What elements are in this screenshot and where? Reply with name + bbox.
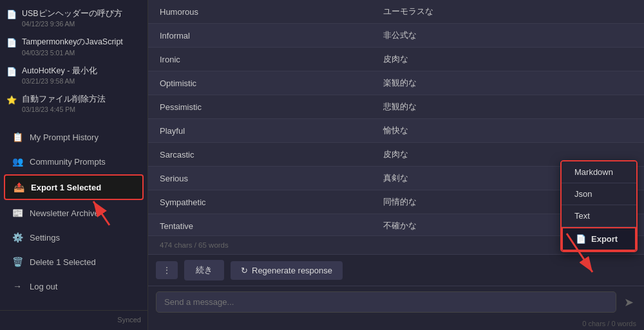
regenerate-icon: ↻ xyxy=(241,266,248,275)
table-cell-translation: 皮肉な xyxy=(372,48,645,71)
history-item-title: USBピンヘッダーの呼び方 xyxy=(22,8,141,19)
bottom-toolbar: ⋮ 続き ↻ Regenerate response Markdown Json… xyxy=(148,254,644,286)
sidebar-item-label: Newsletter Archive xyxy=(30,208,99,218)
sidebar-item-label: Community Prompts xyxy=(30,157,106,167)
more-options-button[interactable]: ⋮ xyxy=(156,261,178,279)
history-item-content: 自動ファイル削除方法 03/18/23 4:45 PM xyxy=(22,94,141,113)
history-list: 📄 USBピンヘッダーの呼び方 04/12/23 9:36 AM 📄 Tampe… xyxy=(0,0,147,122)
newsletter-icon: 📰 xyxy=(12,208,23,218)
send-button[interactable]: ➤ xyxy=(621,293,636,312)
sync-status: Synced xyxy=(0,313,147,326)
table-row: Ironic皮肉な xyxy=(148,48,644,71)
sidebar-item-label: Delete 1 Selected xyxy=(30,257,96,267)
export-icon: 📤 xyxy=(13,182,24,192)
table-cell-translation: 非公式な xyxy=(372,24,645,48)
document-icon: 📄 xyxy=(6,10,17,19)
export-option-text[interactable]: Text xyxy=(562,205,636,227)
regenerate-label: Regenerate response xyxy=(252,266,332,275)
table-row: Optimistic楽観的な xyxy=(148,71,644,95)
history-item-date: 04/03/23 5:01 AM xyxy=(22,49,141,57)
table-row: Pessimistic悲観的な xyxy=(148,95,644,119)
delete-icon: 🗑️ xyxy=(12,257,23,267)
bottom-word-count: 0 chars / 0 words xyxy=(148,318,644,330)
table-cell-tone: Informal xyxy=(148,24,372,48)
history-item-title: AutoHotKey - 最小化 xyxy=(22,66,141,76)
sidebar-item-label: Export 1 Selected xyxy=(31,183,101,192)
table-cell-tone: Playful xyxy=(148,119,372,143)
sidebar-item-settings[interactable]: ⚙️ Settings xyxy=(4,226,144,249)
export-button[interactable]: 📄 Export xyxy=(562,227,636,251)
sidebar-item-delete-selected[interactable]: 🗑️ Delete 1 Selected xyxy=(4,250,144,273)
main-content: HumorousユーモラスなInformal非公式なIronic皮肉なOptim… xyxy=(148,0,644,330)
sidebar-item-log-out[interactable]: → Log out xyxy=(4,275,144,298)
sidebar-item-newsletter-archive[interactable]: 📰 Newsletter Archive xyxy=(4,201,144,225)
history-item[interactable]: 📄 TampermonkeyのJavaScript 04/03/23 5:01 … xyxy=(0,32,147,60)
export-btn-label: Export xyxy=(591,234,618,244)
table-row: Informal非公式な xyxy=(148,24,644,48)
sidebar-item-label: Settings xyxy=(30,233,60,243)
regenerate-button[interactable]: ↻ Regenerate response xyxy=(231,261,343,280)
export-dropdown: Markdown Json Text 📄 Export xyxy=(560,160,638,252)
sidebar-item-export-selected[interactable]: 📤 Export 1 Selected xyxy=(4,174,144,200)
table-cell-tone: Ironic xyxy=(148,48,372,71)
history-item-date: 03/18/23 4:45 PM xyxy=(22,105,141,113)
history-item[interactable]: 📄 USBピンヘッダーの呼び方 04/12/23 9:36 AM xyxy=(0,4,147,32)
table-cell-tone: Serious xyxy=(148,167,372,190)
history-item[interactable]: ⭐ 自動ファイル削除方法 03/18/23 4:45 PM xyxy=(0,89,147,118)
table-cell-tone: Humorous xyxy=(148,0,372,24)
sidebar-item-my-prompt-history[interactable]: 📋 My Prompt History xyxy=(4,125,144,149)
table-cell-translation: 愉快な xyxy=(372,119,645,143)
logout-icon: → xyxy=(12,281,23,291)
table-cell-tone: Optimistic xyxy=(148,71,372,95)
star-icon: ⭐ xyxy=(6,95,17,105)
history-item-content: TampermonkeyのJavaScript 04/03/23 5:01 AM xyxy=(22,37,141,56)
history-item-date: 03/21/23 9:58 AM xyxy=(22,77,141,85)
community-icon: 👥 xyxy=(12,156,23,167)
table-cell-translation: 悲観的な xyxy=(372,95,645,119)
export-file-icon: 📄 xyxy=(576,234,586,244)
history-item-content: USBピンヘッダーの呼び方 04/12/23 9:36 AM xyxy=(22,8,141,28)
table-cell-tone: Sarcastic xyxy=(148,143,372,167)
sidebar-item-label: Log out xyxy=(30,282,57,291)
continue-button[interactable]: 続き xyxy=(184,260,224,280)
table-cell-tone: Sympathetic xyxy=(148,190,372,214)
history-item[interactable]: 📄 AutoHotKey - 最小化 03/21/23 9:58 AM xyxy=(0,61,147,89)
table-row: Humorousユーモラスな xyxy=(148,0,644,24)
history-item-content: AutoHotKey - 最小化 03/21/23 9:58 AM xyxy=(22,66,141,85)
history-item-date: 04/12/23 9:36 AM xyxy=(22,20,141,28)
history-item-title: 自動ファイル削除方法 xyxy=(22,94,141,104)
table-cell-tone: Pessimistic xyxy=(148,95,372,119)
export-option-markdown[interactable]: Markdown xyxy=(562,161,636,183)
table-cell-translation: 楽観的な xyxy=(372,71,645,95)
sidebar-navigation: 📋 My Prompt History 👥 Community Prompts … xyxy=(0,122,147,302)
table-cell-translation: ユーモラスな xyxy=(372,0,645,24)
sidebar-bottom: Synced xyxy=(0,310,147,330)
sidebar: 📄 USBピンヘッダーの呼び方 04/12/23 9:36 AM 📄 Tampe… xyxy=(0,0,148,330)
document-icon: 📄 xyxy=(6,67,17,77)
sidebar-item-community-prompts[interactable]: 👥 Community Prompts xyxy=(4,150,144,173)
export-option-json[interactable]: Json xyxy=(562,183,636,205)
document-icon: 📄 xyxy=(6,38,17,48)
settings-icon: ⚙️ xyxy=(12,232,23,243)
table-row: Playful愉快な xyxy=(148,119,644,143)
table-cell-tone: Tentative xyxy=(148,214,372,236)
message-input[interactable] xyxy=(156,291,616,313)
prompt-history-icon: 📋 xyxy=(12,132,23,142)
sidebar-item-label: My Prompt History xyxy=(30,133,99,142)
message-input-row: ➤ xyxy=(148,286,644,318)
history-item-title: TampermonkeyのJavaScript xyxy=(22,37,141,47)
